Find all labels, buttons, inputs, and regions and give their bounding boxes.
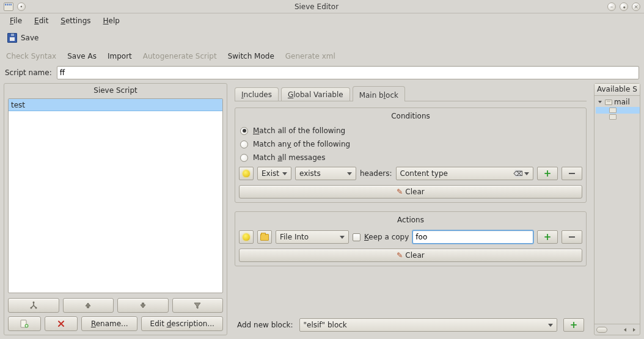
window-menu-icon[interactable]: • bbox=[17, 2, 26, 11]
window-title: Sieve Editor bbox=[26, 2, 607, 11]
sieve-script-title: Sieve Script bbox=[4, 84, 227, 97]
minus-icon bbox=[569, 173, 575, 174]
horizontal-scrollbar[interactable] bbox=[595, 324, 640, 335]
add-block-select[interactable]: "elsif" block bbox=[299, 318, 557, 332]
delete-x-icon bbox=[57, 320, 65, 327]
radio-icon bbox=[240, 127, 248, 135]
radio-match-all[interactable]: Match all of the following bbox=[239, 124, 582, 137]
edit-description-button[interactable]: Edit description... bbox=[141, 316, 223, 331]
radio-match-all-messages[interactable]: Match all messages bbox=[239, 151, 582, 164]
scrollbar-thumb[interactable] bbox=[596, 327, 607, 333]
main-toolbar: Save bbox=[0, 28, 644, 48]
header-field-select[interactable]: Content type ⌫ bbox=[396, 167, 533, 180]
scripts-tree[interactable]: mail bbox=[595, 96, 640, 324]
filter-button[interactable] bbox=[172, 298, 224, 313]
remove-condition-button[interactable] bbox=[562, 167, 582, 180]
add-action-button[interactable]: + bbox=[537, 230, 558, 244]
keep-copy-checkbox[interactable] bbox=[353, 233, 360, 241]
script-list-buttons: Rename... Edit description... bbox=[4, 296, 227, 335]
main-area: Sieve Script test bbox=[0, 83, 644, 339]
arrow-up-icon bbox=[84, 301, 92, 310]
folder-icon bbox=[260, 234, 269, 241]
tree-root[interactable]: mail bbox=[596, 97, 640, 107]
move-down-button[interactable] bbox=[117, 298, 169, 313]
remove-action-button[interactable] bbox=[562, 230, 582, 244]
tabbar: Includes Global Variable Main block bbox=[235, 86, 587, 101]
choose-folder-button[interactable] bbox=[257, 230, 272, 244]
add-condition-button[interactable]: + bbox=[537, 167, 558, 180]
destination-input[interactable] bbox=[412, 230, 533, 244]
funnel-icon bbox=[193, 301, 202, 310]
autogenerate-action: Autogenerate Script bbox=[143, 52, 217, 60]
menu-help[interactable]: Help bbox=[98, 15, 125, 27]
secondary-toolbar: Check Syntax Save As Import Autogenerate… bbox=[0, 48, 644, 65]
menu-settings[interactable]: Settings bbox=[56, 15, 95, 27]
script-list[interactable]: test bbox=[8, 98, 223, 293]
import-action[interactable]: Import bbox=[108, 52, 132, 60]
scriptname-label: Script name: bbox=[5, 68, 52, 77]
actions-section: Actions File Into Keep a copy + ✎Clear bbox=[235, 211, 587, 266]
hint-button[interactable] bbox=[239, 230, 254, 244]
menu-file[interactable]: File bbox=[5, 15, 27, 27]
scroll-right-icon[interactable] bbox=[631, 326, 638, 334]
condition-row: Exist exists headers: Content type ⌫ + bbox=[239, 164, 582, 183]
tree-item[interactable] bbox=[596, 114, 640, 120]
maximize-icon[interactable]: ⬥ bbox=[620, 2, 628, 11]
lightbulb-icon bbox=[243, 233, 250, 241]
broom-icon: ✎ bbox=[397, 188, 403, 196]
add-block-row: Add new block: "elsif" block + bbox=[232, 315, 589, 333]
actions-title: Actions bbox=[239, 214, 582, 228]
menu-edit[interactable]: Edit bbox=[29, 15, 53, 27]
rename-button[interactable]: Rename... bbox=[81, 316, 137, 331]
available-scripts-panel: Available S mail bbox=[594, 83, 640, 335]
clear-actions-button[interactable]: ✎Clear bbox=[239, 249, 582, 262]
add-block-label: Add new block: bbox=[237, 321, 293, 329]
window: • Sieve Editor – ⬥ × File Edit Settings … bbox=[0, 0, 644, 339]
clear-field-icon[interactable]: ⌫ bbox=[514, 170, 522, 177]
delete-script-button[interactable] bbox=[45, 316, 78, 331]
generate-xml-action: Generate xml bbox=[285, 52, 335, 60]
switch-mode-action[interactable]: Switch Mode bbox=[228, 52, 274, 60]
minimize-icon[interactable]: – bbox=[607, 2, 616, 11]
branch-button[interactable] bbox=[8, 298, 59, 313]
check-syntax-action: Check Syntax bbox=[6, 52, 56, 60]
lightbulb-icon bbox=[243, 170, 250, 177]
plus-icon: + bbox=[544, 168, 552, 179]
scriptname-input[interactable] bbox=[57, 66, 639, 79]
move-up-button[interactable] bbox=[63, 298, 114, 313]
action-type-select[interactable]: File Into bbox=[276, 230, 349, 244]
add-block-button[interactable]: + bbox=[563, 318, 584, 332]
condition-type-select[interactable]: Exist bbox=[257, 167, 291, 180]
radio-match-any[interactable]: Match any of the following bbox=[239, 137, 582, 151]
inbox-icon bbox=[605, 100, 612, 105]
close-icon[interactable]: × bbox=[632, 2, 640, 11]
tab-global-variable[interactable]: Global Variable bbox=[281, 87, 350, 101]
scroll-left-icon[interactable] bbox=[621, 326, 629, 334]
available-scripts-title: Available S bbox=[595, 84, 640, 96]
list-item[interactable]: test bbox=[9, 99, 222, 111]
floppy-icon bbox=[7, 33, 17, 43]
editor-panel: Includes Global Variable Main block Cond… bbox=[230, 83, 591, 335]
conditions-section: Conditions Match all of the following Ma… bbox=[235, 108, 587, 203]
new-script-button[interactable] bbox=[8, 316, 41, 331]
save-label: Save bbox=[21, 34, 38, 42]
condition-op-select[interactable]: exists bbox=[295, 167, 356, 180]
sieve-script-panel: Sieve Script test bbox=[4, 83, 227, 335]
arrow-down-icon bbox=[139, 301, 147, 310]
conditions-title: Conditions bbox=[239, 111, 582, 124]
clear-conditions-button[interactable]: ✎Clear bbox=[239, 185, 582, 199]
tab-main-block[interactable]: Main block bbox=[353, 86, 405, 101]
save-button[interactable]: Save bbox=[5, 31, 41, 45]
titlebar: • Sieve Editor – ⬥ × bbox=[0, 0, 644, 13]
tree-item[interactable] bbox=[596, 107, 640, 114]
chevron-down-icon[interactable] bbox=[597, 99, 603, 105]
menubar: File Edit Settings Help bbox=[0, 13, 644, 28]
keep-copy-label: Keep a copy bbox=[364, 233, 409, 241]
radio-icon bbox=[240, 154, 248, 162]
hint-button[interactable] bbox=[239, 167, 254, 180]
branch-icon bbox=[29, 301, 38, 310]
tree-root-label: mail bbox=[614, 98, 630, 106]
tab-includes[interactable]: Includes bbox=[235, 87, 279, 101]
save-as-action[interactable]: Save As bbox=[67, 52, 97, 60]
app-icon bbox=[4, 2, 13, 11]
